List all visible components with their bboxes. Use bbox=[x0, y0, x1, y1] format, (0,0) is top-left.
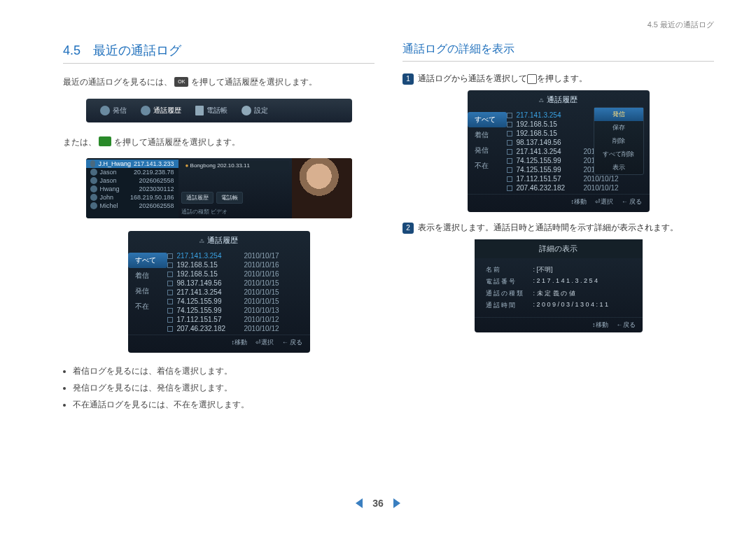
book-icon bbox=[195, 106, 204, 115]
hint-select: ⏎選択 bbox=[255, 338, 274, 347]
checkbox-icon[interactable] bbox=[167, 281, 173, 286]
gear-icon bbox=[241, 106, 251, 115]
text: 最近の通話ログを見るには、 bbox=[63, 77, 172, 87]
checkbox-icon[interactable] bbox=[167, 299, 173, 304]
contacts-screenshot: J.H_Hwang 217.141.3.233 Jason20.219.238.… bbox=[86, 158, 352, 218]
text: または、 bbox=[63, 137, 97, 147]
text: 通話ログから通話を選択して bbox=[418, 73, 527, 85]
log-title: ஃ 通話履歴 bbox=[128, 231, 310, 250]
detail-value: : [不明] bbox=[533, 265, 631, 274]
tab-settings[interactable]: 設定 bbox=[241, 106, 268, 115]
tab-missed[interactable]: 不在 bbox=[468, 158, 507, 174]
checkbox-icon[interactable] bbox=[507, 149, 512, 155]
checkbox-icon[interactable] bbox=[167, 262, 173, 268]
log-row[interactable]: 17.112.151.572010/10/12 bbox=[167, 315, 306, 324]
mini-phonebook-button[interactable]: 電話帳 bbox=[216, 192, 243, 204]
tab-incoming[interactable]: 着信 bbox=[128, 268, 167, 283]
tab-phonebook[interactable]: 電話帳 bbox=[195, 106, 227, 115]
checkbox-icon[interactable] bbox=[507, 176, 512, 182]
log-row[interactable]: 192.168.5.152010/10/16 bbox=[167, 269, 306, 279]
log-row[interactable]: 217.141.3.2542010/10/15 bbox=[167, 288, 306, 297]
hint-back: ← 戻る bbox=[622, 197, 643, 206]
checkbox-icon[interactable] bbox=[167, 308, 173, 314]
tab-outgoing[interactable]: 発信 bbox=[468, 143, 507, 158]
hint-back: ← 戻る bbox=[282, 338, 303, 347]
mini-history-button[interactable]: 通話履歴 bbox=[181, 192, 214, 204]
checkbox-icon[interactable] bbox=[507, 131, 512, 136]
contact-row[interactable]: Jason20.219.238.78 bbox=[86, 168, 178, 176]
hint-move: ↕移動 bbox=[592, 321, 608, 330]
log-filter-tabs: すべて 着信 発信 不在 bbox=[468, 109, 507, 194]
checkbox-icon[interactable] bbox=[507, 122, 512, 127]
menu-delete-all[interactable]: すべて削除 bbox=[594, 148, 643, 161]
detail-value: : 2 1 7 . 1 4 1 . 3 . 2 5 4 bbox=[533, 277, 631, 286]
text: を押して通話履歴を選択します。 bbox=[191, 77, 317, 87]
tab-history[interactable]: 通話履歴 bbox=[141, 106, 181, 115]
contact-row[interactable]: Michel2026062558 bbox=[86, 202, 178, 210]
person-icon bbox=[90, 169, 97, 176]
prev-page-icon[interactable] bbox=[356, 498, 363, 508]
person-icon bbox=[90, 202, 97, 209]
person-icon bbox=[90, 177, 97, 184]
tab-incoming[interactable]: 着信 bbox=[468, 127, 507, 143]
ok-menu-icon: OK bbox=[174, 77, 188, 87]
checkbox-icon[interactable] bbox=[507, 140, 512, 146]
person-icon bbox=[90, 194, 97, 201]
contact-row[interactable]: Jason2026062558 bbox=[86, 176, 178, 185]
tab-call[interactable]: 発信 bbox=[100, 106, 127, 115]
log-row[interactable]: 74.125.155.992010/10/15 bbox=[167, 297, 306, 306]
next-page-icon[interactable] bbox=[393, 498, 400, 508]
detail-label: 通話の種類 bbox=[486, 289, 528, 298]
text: を押して通話履歴を選択します。 bbox=[114, 137, 240, 147]
log-rows: 217.141.3.2542010/10/17 192.168.5.152010… bbox=[167, 250, 310, 335]
menu-delete[interactable]: 削除 bbox=[594, 134, 643, 148]
log-row[interactable]: 192.168.5.152010/10/16 bbox=[167, 260, 306, 269]
detail-footer: ↕移動 ←戻る bbox=[475, 317, 643, 332]
checkbox-icon[interactable] bbox=[507, 113, 512, 118]
tab-all[interactable]: すべて bbox=[468, 112, 507, 127]
section-title: 4.5 最近の通話ログ bbox=[63, 42, 374, 64]
checkbox-icon[interactable] bbox=[167, 290, 173, 295]
bullet-list: 着信ログを見るには、着信を選択します。 発信ログを見るには、発信を選択します。 … bbox=[63, 363, 374, 413]
step-2: 2 表示を選択します。通話日時と通話時間を示す詳細が表示されます。 bbox=[402, 222, 714, 234]
contact-row[interactable]: Hwang2023030112 bbox=[86, 185, 178, 193]
checkbox-icon[interactable] bbox=[167, 326, 173, 332]
text: 表示を選択します。通話日時と通話時間を示す詳細が表示されます。 bbox=[418, 222, 678, 234]
menu-save[interactable]: 保存 bbox=[594, 121, 643, 134]
step-1: 1 通話ログから通話を選択して を押します。 bbox=[402, 73, 714, 85]
log-row[interactable]: 207.46.232.1822010/10/12 bbox=[167, 324, 306, 333]
log-row[interactable]: 217.141.3.2542010/10/17 bbox=[167, 251, 306, 260]
person-icon bbox=[90, 185, 97, 192]
contact-row-header[interactable]: J.H_Hwang 217.141.3.233 bbox=[86, 160, 178, 168]
log-title: ஃ 通話履歴 bbox=[468, 90, 650, 109]
log-row[interactable]: 74.125.155.992010/10/13 bbox=[167, 306, 306, 315]
checkbox-icon[interactable] bbox=[507, 185, 512, 191]
step-badge-1: 1 bbox=[402, 73, 414, 85]
log-row[interactable]: 17.112.151.572010/10/12 bbox=[507, 174, 645, 183]
bullet-item: 発信ログを見るには、発信を選択します。 bbox=[73, 379, 374, 396]
contact-row[interactable]: John168.219.50.186 bbox=[86, 193, 178, 202]
tab-outgoing[interactable]: 発信 bbox=[128, 283, 167, 299]
detail-label: 名前 bbox=[486, 265, 528, 274]
log-footer: ↕移動 ⏎選択 ← 戻る bbox=[128, 335, 310, 350]
detail-title: 詳細の表示 bbox=[475, 239, 643, 258]
checkbox-icon[interactable] bbox=[167, 272, 173, 277]
person-icon bbox=[90, 160, 96, 167]
menu-view[interactable]: 表示 bbox=[594, 161, 643, 174]
log-row[interactable]: 98.137.149.562010/10/15 bbox=[167, 279, 306, 288]
log-row[interactable]: 207.46.232.1822010/10/12 bbox=[507, 183, 645, 192]
page-number: 36 bbox=[372, 498, 384, 509]
paragraph-2: または、 を押して通話履歴を選択します。 bbox=[63, 135, 374, 150]
menu-call[interactable]: 発信 bbox=[594, 108, 643, 121]
checkbox-icon[interactable] bbox=[507, 158, 512, 164]
checkbox-icon[interactable] bbox=[507, 167, 512, 173]
detail-label: 電話番号 bbox=[486, 277, 528, 286]
tab-all[interactable]: すべて bbox=[128, 253, 167, 268]
detail-screenshot: 詳細の表示 名前: [不明] 電話番号: 2 1 7 . 1 4 1 . 3 .… bbox=[475, 239, 643, 332]
call-type-label: 通話の種類 ビデオ bbox=[181, 208, 289, 216]
paragraph-1: 最近の通話ログを見るには、 OK を押して通話履歴を選択します。 bbox=[63, 75, 374, 90]
call-log-with-menu-screenshot: ஃ 通話履歴 すべて 着信 発信 不在 217.141.3.254 192.16… bbox=[468, 90, 650, 212]
checkbox-icon[interactable] bbox=[167, 253, 173, 259]
tab-missed[interactable]: 不在 bbox=[128, 299, 167, 314]
checkbox-icon[interactable] bbox=[167, 317, 173, 323]
